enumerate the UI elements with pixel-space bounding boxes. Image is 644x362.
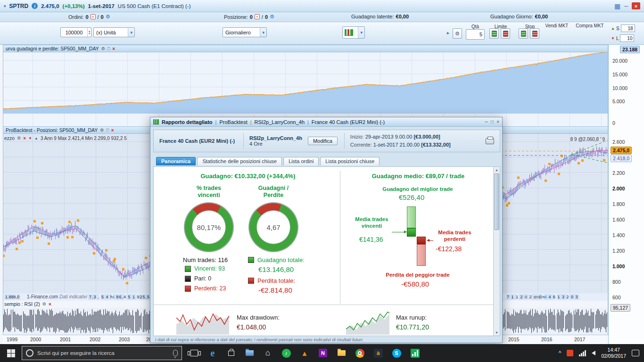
file-explorer-app[interactable] [244,347,255,359]
workspace-grid-icon[interactable]: ▦ [614,2,620,10]
orders-settings-icon[interactable]: ⚙ [106,14,110,20]
task-view-button[interactable] [189,347,200,359]
close-position-icon[interactable]: × [255,14,260,19]
report-close-icon[interactable]: × [496,119,499,124]
price-tick: 1.600 [612,217,625,222]
collapse-chevron-icon[interactable]: ▸ [447,30,449,35]
orders-status-bar: Ordini: 0 × / 0 ⚙ Posizione: 0 × / 0 ⚙ G… [0,12,644,22]
position-status: Posizione: 0 × / 0 ⚙ [224,14,274,20]
price-close-icon[interactable]: × [23,136,26,141]
quantity-input[interactable]: 100000 ▴▾ [60,27,91,37]
current-label: Corrente: [350,142,372,148]
equity-curve-canvas[interactable] [3,52,608,126]
rsi-settings-icon[interactable]: ⚙ [42,302,46,306]
s-value-input[interactable]: 18 [621,25,635,32]
edge-app[interactable]: e [207,347,218,359]
backtest-report-window: Rapporto dettagliato | ProBacktest | RSI… [150,117,503,343]
ratio-donut: 4,67 [249,203,298,252]
equity-close-icon[interactable]: × [112,46,115,51]
position-settings-icon[interactable]: ⚙ [270,14,274,20]
volume-icon[interactable] [592,351,595,355]
tray-caret-icon[interactable]: ^ [559,350,561,356]
l-value-input[interactable]: 10 [620,34,634,42]
close-icon[interactable]: × [632,2,640,9]
microphone-icon[interactable] [173,350,178,356]
unit-dropdown-icon[interactable]: ▾ [128,28,134,37]
buy-arrow-icon[interactable]: ▲ [34,136,38,140]
unit-value: (x) Unità [94,30,118,35]
price-panel-label: ezzo [4,135,15,141]
equity-current-badge: 23.188 [620,46,640,53]
day-gain: Guadagno Giorno: €0,00 [490,14,548,19]
minimize-icon[interactable]: ─ [624,3,628,9]
home-app[interactable]: ⌂ [262,347,273,359]
total-gain-value: €13.146,80 [258,265,294,273]
spotify-app[interactable]: ♪ [281,347,292,359]
buy-stop-button[interactable] [519,28,528,39]
quantity-spinner[interactable]: ▴▾ [87,28,91,37]
report-minimize-icon[interactable]: ─ [485,119,488,124]
folder-app[interactable] [336,347,347,359]
equity-maximize-icon[interactable]: □ [107,46,110,51]
price-settings-icon[interactable]: ⚙ [17,136,21,140]
equity-settings-icon[interactable]: ⚙ [101,46,105,51]
strip-numbers-right: 7 1 1 2 ii 2 ordini 4 6 1 3 2 0 3 [506,294,579,300]
latent-gain-label: Guadagno latente: [351,14,394,19]
tab-panoramica[interactable]: Panoramica [156,157,196,165]
chrome-app[interactable] [354,347,365,359]
order-settings-button[interactable]: ⚙ [453,28,462,39]
scrollbar-thumb[interactable] [494,173,499,230]
sell-arrow-icon[interactable]: ▼ [28,136,32,140]
sell-limit-button[interactable] [501,28,510,39]
unit-select[interactable]: (x) Unità ▾ [93,27,135,37]
trade-qty-input[interactable]: 5 [466,29,485,40]
buy-mkt-header: Compra MKT [574,23,605,28]
timeframe-dropdown-icon[interactable]: ▾ [260,28,266,37]
best-trade-value: €526,40 [399,193,424,201]
symbol-dropdown-icon[interactable]: ▾ [4,4,6,8]
network-icon[interactable] [579,350,586,356]
positions-close-icon[interactable]: × [111,128,114,133]
equity-curve-panel[interactable] [3,52,608,126]
report-maximize-icon[interactable]: □ [491,119,494,124]
timeframe-select[interactable]: Giornaliero ▾ [223,27,267,37]
qty-header: Qtà [466,24,485,29]
positions-settings-icon[interactable]: ⚙ [100,128,104,132]
tray-app-icon[interactable] [567,350,573,356]
taskbar-search[interactable]: Scrivi qui per eseguire la ricerca [22,346,182,360]
avg-win-arrow [392,232,404,232]
buy-limit-button[interactable] [489,28,499,39]
info-icon[interactable]: i [32,3,38,9]
action-center-icon[interactable] [632,350,639,356]
price-ohlc-info: 3 Ann 9 Max 2.421,4 Min 2.299,0 932,2 5 [41,136,127,141]
tab-statistiche[interactable]: Statistiche delle posizioni chiuse [197,157,282,165]
symbol-label[interactable]: SPTRD [9,3,29,9]
equity-panel-titlebar[interactable]: urva guadagni e perdite: SP500_MM_DAY ⚙ … [3,45,608,52]
positions-maximize-icon[interactable]: □ [106,128,108,132]
skype-app[interactable]: S [391,347,402,359]
windows-logo-icon [7,349,15,357]
equity-panel-title: urva guadagni e perdite: SP500_MM_DAY [6,46,99,51]
print-icon[interactable] [486,138,494,144]
report-titlebar[interactable]: Rapporto dettagliato | ProBacktest | RSI… [150,117,502,127]
cancel-orders-icon[interactable]: × [91,14,96,19]
store-app[interactable] [225,347,237,359]
start-button[interactable] [0,344,22,362]
vlc-app[interactable]: ▲ [299,347,310,359]
rsi-close-icon[interactable]: × [49,302,51,307]
taskbar-clock[interactable]: 14:47 02/09/2017 [601,347,626,359]
scroll-down-icon[interactable]: ▼ [494,331,500,334]
tab-lista-ordini[interactable]: Lista ordini [283,157,319,165]
tab-lista-posizioni[interactable]: Lista posizioni chiuse [320,157,380,165]
onenote-app[interactable]: N [317,347,329,359]
avg-loss-arrow [429,240,433,241]
scroll-up-icon[interactable]: ▲ [494,167,500,172]
trading-app[interactable] [409,347,421,359]
chart-type-button[interactable]: ▾ [342,26,365,39]
report-scrollbar[interactable]: ▲ ▼ [493,167,500,336]
amazon-app[interactable]: a [372,347,384,359]
year-label: 2003 [119,337,130,342]
sell-stop-button[interactable] [530,28,539,39]
modifica-button[interactable]: Modifica [308,137,338,145]
chart-type-dropdown-icon[interactable]: ▾ [358,27,364,38]
